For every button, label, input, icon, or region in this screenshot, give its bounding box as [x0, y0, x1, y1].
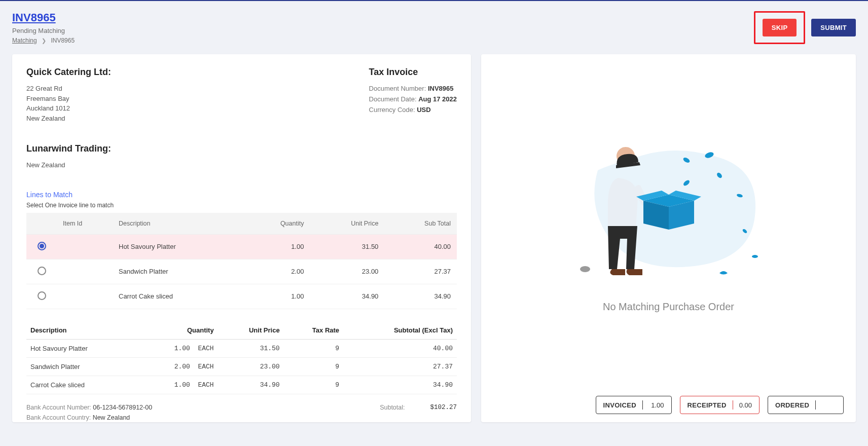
docnum-label: Document Number:	[369, 85, 426, 92]
buyer-block: Lunarwind Trading: New Zealand	[26, 143, 457, 170]
invoiced-label: INVOICED	[603, 401, 636, 409]
buyer-name: Lunarwind Trading:	[26, 143, 457, 154]
col-price: Unit Price	[310, 213, 384, 235]
col-qty: Quantity	[243, 213, 310, 235]
d-price: 34.90	[218, 376, 284, 394]
buyer-addr1: New Zealand	[26, 160, 457, 170]
line-sub: 27.37	[384, 259, 457, 284]
invoice-panel[interactable]: Quick Catering Ltd: 22 Great Rd Freemans…	[12, 54, 471, 422]
supplier-name: Quick Catering Ltd:	[26, 67, 111, 78]
header-left: INV8965 Pending Matching Matching ❯ INV8…	[12, 11, 75, 44]
breadcrumb: Matching ❯ INV8965	[12, 37, 75, 44]
d-sub: 34.90	[343, 376, 457, 394]
invoice-title-link[interactable]: INV8965	[12, 11, 56, 24]
lines-subtitle: Select One Invoice line to match	[26, 202, 457, 209]
invoiced-value: 1.00	[649, 401, 664, 409]
docdate-value: Aug 17 2022	[418, 95, 457, 103]
d-desc: Sandwich Platter	[26, 357, 137, 376]
detail-row: Sandwich Platter 2.00 EACH 23.00 9 27.37	[26, 357, 457, 376]
detail-row: Carrot Cake sliced 1.00 EACH 34.90 9 34.…	[26, 376, 457, 394]
receipted-value: 0.00	[739, 401, 752, 409]
lines-table: Item Id Description Quantity Unit Price …	[26, 213, 457, 309]
lines-title: Lines to Match	[26, 191, 457, 199]
docdate-label: Document Date:	[369, 95, 417, 103]
line-row[interactable]: Hot Savoury Platter 1.00 31.50 40.00	[26, 234, 457, 259]
line-desc: Sandwich Platter	[113, 259, 243, 284]
bank-country-label: Bank Account Country:	[26, 414, 91, 421]
line-sub: 34.90	[384, 284, 457, 309]
bank-num-value: 06-1234-5678912-00	[93, 404, 152, 411]
line-price: 23.00	[310, 259, 384, 284]
panel-container: Quick Catering Ltd: 22 Great Rd Freemans…	[0, 49, 868, 432]
receipted-box[interactable]: RECEIPTED 0.00	[680, 396, 760, 414]
bank-info: Bank Account Number: 06-1234-5678912-00 …	[26, 402, 152, 423]
supplier-addr2: Freemans Bay	[26, 94, 111, 104]
d-qty: 2.00 EACH	[137, 357, 218, 376]
line-desc: Hot Savoury Platter	[113, 234, 243, 259]
docnum-value: INV8965	[428, 85, 454, 92]
chevron-right-icon: ❯	[42, 38, 46, 44]
line-desc: Carrot Cake sliced	[113, 284, 243, 309]
d-desc: Carrot Cake sliced	[26, 376, 137, 394]
line-price: 31.50	[310, 234, 384, 259]
d-price: 23.00	[218, 357, 284, 376]
d-desc: Hot Savoury Platter	[26, 339, 137, 357]
line-radio[interactable]	[38, 242, 46, 250]
d-tax: 9	[284, 357, 343, 376]
tax-invoice-block: Tax Invoice Document Number: INV8965 Doc…	[369, 67, 457, 123]
ordered-box[interactable]: ORDERED	[768, 396, 844, 414]
line-radio[interactable]	[38, 291, 46, 300]
dcol-desc: Description	[26, 321, 137, 340]
d-sub: 40.00	[343, 339, 457, 357]
dcol-price: Unit Price	[218, 321, 284, 340]
ordered-label: ORDERED	[775, 401, 809, 409]
supplier-addr3: Auckland 1012	[26, 103, 111, 114]
tax-invoice-title: Tax Invoice	[369, 67, 457, 78]
page-header: INV8965 Pending Matching Matching ❯ INV8…	[0, 1, 868, 49]
line-radio[interactable]	[38, 267, 46, 275]
dcol-sub: Subtotal (Excl Tax)	[343, 321, 457, 340]
line-qty: 1.00	[243, 284, 310, 309]
svg-point-7	[580, 266, 590, 272]
skip-button[interactable]: SKIP	[763, 19, 797, 36]
dcol-tax: Tax Rate	[284, 321, 343, 340]
d-sub: 27.37	[343, 357, 457, 376]
d-price: 31.50	[218, 339, 284, 357]
no-match-text: No Matching Purchase Order	[603, 301, 734, 313]
supplier-block: Quick Catering Ltd: 22 Great Rd Freemans…	[26, 67, 111, 123]
col-itemid: Item Id	[57, 213, 113, 235]
supplier-addr4: New Zealand	[26, 114, 111, 124]
supplier-addr1: 22 Great Rd	[26, 84, 111, 94]
line-row[interactable]: Sandwich Platter 2.00 23.00 27.37	[26, 259, 457, 284]
d-qty: 1.00 EACH	[137, 339, 218, 357]
line-row[interactable]: Carrot Cake sliced 1.00 34.90 34.90	[26, 284, 457, 309]
breadcrumb-root[interactable]: Matching	[12, 37, 37, 44]
bank-num-label: Bank Account Number:	[26, 404, 91, 411]
svg-point-6	[752, 255, 758, 258]
line-qty: 1.00	[243, 234, 310, 259]
currency-label: Currency Code:	[369, 106, 415, 114]
po-scroll-area[interactable]: No Matching Purchase Order	[481, 54, 856, 388]
po-panel: No Matching Purchase Order INVOICED 1.00…	[481, 54, 856, 422]
d-tax: 9	[284, 339, 343, 357]
subtotal-value: $102.27	[430, 402, 457, 413]
skip-highlight-box: SKIP	[754, 11, 806, 44]
bank-country-value: New Zealand	[93, 414, 130, 421]
status-text: Pending Matching	[12, 27, 75, 34]
empty-state-illustration	[567, 130, 770, 292]
line-price: 34.90	[310, 284, 384, 309]
breadcrumb-current: INV8965	[51, 37, 75, 44]
submit-button[interactable]: SUBMIT	[811, 19, 856, 36]
currency-value: USD	[417, 106, 430, 114]
receipted-label: RECEIPTED	[688, 401, 727, 409]
detail-row: Hot Savoury Platter 1.00 EACH 31.50 9 40…	[26, 339, 457, 357]
header-actions: SKIP SUBMIT	[754, 11, 856, 44]
detail-table: Description Quantity Unit Price Tax Rate…	[26, 321, 457, 394]
invoiced-box[interactable]: INVOICED 1.00	[596, 396, 672, 414]
line-qty: 2.00	[243, 259, 310, 284]
col-desc: Description	[113, 213, 243, 235]
d-qty: 1.00 EACH	[137, 376, 218, 394]
col-sub: Sub Total	[384, 213, 457, 235]
dcol-qty: Quantity	[137, 321, 218, 340]
subtotal-label: Subtotal:	[380, 402, 405, 413]
